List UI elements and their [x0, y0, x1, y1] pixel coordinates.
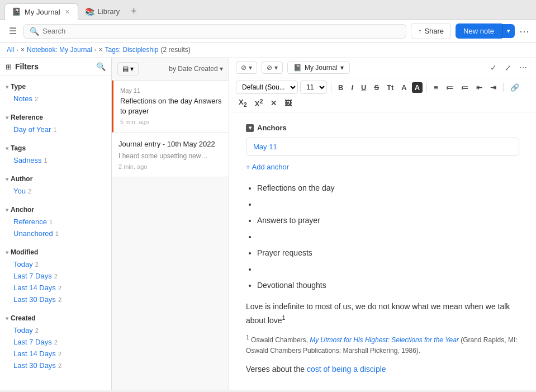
footnote-author: Oswald Chambers,	[251, 336, 310, 344]
sidebar-heading-created[interactable]: ▾Created	[6, 312, 106, 324]
editor-more-button[interactable]: ⋯	[517, 61, 529, 74]
sidebar-item-created-7days[interactable]: Last 7 Days 2	[6, 336, 106, 348]
search-icon: 🔍	[30, 27, 39, 36]
filters-title: Filters	[15, 62, 39, 71]
highlight-button[interactable]: A	[412, 82, 423, 93]
editor-content: ▾ Anchors May 11 + Add anchor Reflection…	[229, 112, 536, 390]
sidebar-item-unanchored[interactable]: Unanchored 1	[6, 228, 106, 239]
indent-button[interactable]: ⇥	[487, 82, 499, 93]
bullet-list-button[interactable]: ≔	[443, 82, 456, 93]
footnote-marker: 1	[282, 314, 286, 321]
new-note-button[interactable]: New note	[456, 23, 502, 39]
subscript-button[interactable]: X2	[236, 96, 250, 110]
bold-button[interactable]: B	[335, 82, 346, 93]
sidebar-heading-reference[interactable]: ▾Reference	[6, 111, 106, 124]
tab-close-icon[interactable]: ✕	[64, 8, 71, 16]
sidebar-item-sadness[interactable]: Sadness 1	[6, 154, 106, 166]
note-item-time-1: 2 min. ago	[118, 163, 222, 170]
footnote-book-link[interactable]: My Utmost for His Highest: Selections fo…	[310, 336, 459, 344]
menu-button[interactable]: ☰	[7, 23, 19, 39]
editor-format-bar: Default (Sou... 11 B I U S Tt A A ≡ ≔ ≔ …	[229, 78, 536, 112]
align-left-button[interactable]: ≡	[431, 82, 441, 93]
editor-notebook-button[interactable]: 📓 My Journal ▾	[287, 62, 350, 74]
new-note-dropdown-button[interactable]: ▾	[502, 24, 515, 38]
list-item: Reflections on the day	[257, 182, 519, 194]
anchors-collapse-icon[interactable]: ▾	[246, 124, 254, 132]
format-divider-1	[331, 83, 331, 92]
note-list-view-button[interactable]: ▤ ▾	[117, 62, 139, 75]
notebook-icon: 📓	[293, 64, 302, 72]
sidebar-item-modified-today[interactable]: Today 2	[6, 258, 106, 270]
sidebar-section-anchor: ▾Anchor Reference 1 Unanchored 1	[0, 199, 111, 242]
title-button[interactable]: Tt	[384, 82, 396, 93]
sidebar-item-reference[interactable]: Reference 1	[6, 216, 106, 228]
bullet-list: Reflections on the day Answers to prayer…	[257, 182, 519, 291]
filter-icon: ⊞	[6, 63, 12, 71]
strikethrough-button[interactable]: S	[371, 82, 382, 93]
tab-library-label: Library	[98, 7, 120, 16]
note-item-1[interactable]: Journal entry - 10th May 2022 I heard so…	[112, 133, 229, 177]
list-item: Devotional thoughts	[257, 280, 519, 291]
editor-expand-button[interactable]: ⤢	[502, 61, 514, 74]
chevron-anchor-icon: ▾	[6, 207, 8, 213]
sidebar-item-day-of-year[interactable]: Day of Year 1	[6, 124, 106, 135]
editor-action-btn-2[interactable]: ⊘▾	[262, 62, 283, 74]
sidebar-item-created-30days[interactable]: Last 30 Days 2	[6, 360, 106, 371]
breadcrumb-tags[interactable]: Tags: Discipleship	[105, 46, 158, 54]
image-button[interactable]: 🖼	[282, 97, 295, 109]
note-item-time-0: 5 min. ago	[120, 119, 222, 125]
anchors-title: Anchors	[257, 124, 287, 132]
font-color-button[interactable]: A	[399, 82, 409, 93]
editor-action-btn-1[interactable]: ⊘▾	[236, 62, 257, 74]
main-layout: ⊞ Filters 🔍 ▾Type Notes 2 ▾Reference Day…	[0, 58, 536, 390]
tab-my-journal-label: My Journal	[25, 8, 60, 16]
tab-my-journal[interactable]: 📓 My Journal ✕	[4, 3, 78, 20]
sidebar-heading-modified[interactable]: ▾Modified	[6, 246, 106, 258]
outdent-button[interactable]: ⇤	[473, 82, 485, 93]
sidebar-heading-type[interactable]: ▾Type	[6, 81, 106, 93]
sidebar-item-created-today[interactable]: Today 2	[6, 324, 106, 336]
breadcrumb-notebook[interactable]: Notebook: My Journal	[27, 46, 92, 54]
sidebar-item-you[interactable]: You 2	[6, 185, 106, 197]
anchors-header[interactable]: ▾ Anchors	[246, 124, 519, 132]
sidebar-heading-author[interactable]: ▾Author	[6, 173, 106, 185]
share-button[interactable]: ↑ Share	[411, 23, 451, 39]
editor-notebook-label: My Journal	[305, 64, 338, 72]
add-anchor-button[interactable]: + Add anchor	[246, 160, 519, 173]
sidebar-item-modified-30days[interactable]: Last 30 Days 2	[6, 294, 106, 305]
anchor-item-0[interactable]: May 11	[246, 138, 519, 156]
body-text-2: Verses about the	[246, 365, 307, 374]
numbered-list-button[interactable]: ≔	[458, 82, 471, 93]
breadcrumb: All › × Notebook: My Journal › × Tags: D…	[0, 42, 536, 58]
search-input[interactable]	[42, 27, 400, 35]
tab-library[interactable]: 📚 Library	[78, 3, 127, 20]
superscript-button[interactable]: X2	[252, 96, 266, 110]
sidebar-item-created-14days[interactable]: Last 14 Days 2	[6, 348, 106, 360]
breadcrumb-separator-1: ×	[21, 46, 25, 54]
share-icon: ↑	[418, 27, 422, 35]
disciple-link[interactable]: cost of being a disciple	[307, 365, 386, 374]
add-tab-button[interactable]: +	[126, 6, 141, 17]
sidebar-section-modified: ▾Modified Today 2 Last 7 Days 2 Last 14 …	[0, 242, 111, 308]
body-paragraph-2: Verses about the cost of being a discipl…	[246, 363, 519, 375]
sidebar-heading-tags[interactable]: ▾Tags	[6, 142, 106, 154]
note-item-date-0: May 11	[120, 87, 222, 94]
breadcrumb-separator-2: ×	[98, 46, 102, 54]
sidebar-item-modified-14days[interactable]: Last 14 Days 2	[6, 282, 106, 294]
font-size-select[interactable]: 11	[300, 81, 327, 94]
sidebar-item-modified-7days[interactable]: Last 7 Days 2	[6, 270, 106, 282]
link-button[interactable]: 🔗	[507, 82, 522, 93]
underline-button[interactable]: U	[358, 82, 369, 93]
note-list-sort[interactable]: by Date Created ▾	[169, 65, 223, 73]
sidebar-item-notes[interactable]: Notes 2	[6, 93, 106, 105]
more-options-button[interactable]: ⋯	[519, 25, 529, 37]
main-toolbar: ☰ 🔍 ↑ Share New note ▾ ⋯	[0, 20, 536, 42]
clear-format-button[interactable]: ✕	[268, 97, 279, 109]
italic-button[interactable]: I	[348, 82, 356, 93]
breadcrumb-all[interactable]: All	[7, 46, 14, 54]
sidebar-search-button[interactable]: 🔍	[96, 62, 106, 71]
font-select[interactable]: Default (Sou...	[236, 81, 298, 94]
note-item-0[interactable]: May 11 Reflections on the day Answers to…	[112, 81, 229, 133]
sidebar-heading-anchor[interactable]: ▾Anchor	[6, 204, 106, 216]
editor-check-button[interactable]: ✓	[488, 61, 499, 74]
